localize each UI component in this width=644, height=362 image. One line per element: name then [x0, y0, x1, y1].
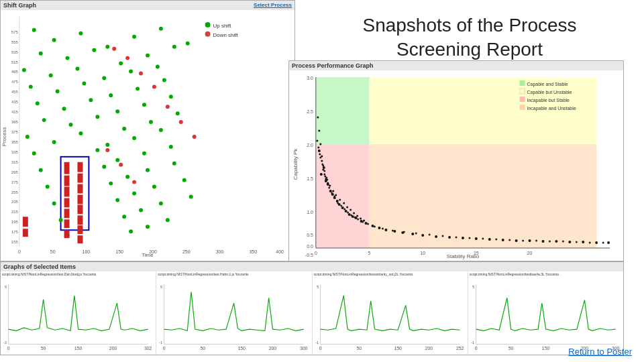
- svg-point-248: [339, 199, 341, 201]
- svg-point-42: [95, 115, 99, 119]
- shift-graph-title: Shift Graph Select Process: [1, 1, 294, 10]
- svg-text:400: 400: [276, 249, 284, 254]
- svg-rect-140: [520, 80, 525, 86]
- svg-point-19: [119, 62, 123, 66]
- svg-point-95: [112, 47, 116, 51]
- svg-rect-81: [64, 176, 70, 186]
- svg-point-218: [367, 223, 369, 225]
- svg-point-99: [166, 105, 170, 109]
- svg-point-9: [32, 28, 36, 32]
- svg-point-247: [335, 194, 337, 196]
- shift-graph: Shift Graph Select Process Process Time …: [0, 0, 295, 261]
- svg-point-245: [329, 185, 331, 187]
- svg-text:0: 0: [319, 346, 321, 351]
- svg-text:0: 0: [163, 346, 166, 351]
- svg-point-60: [146, 168, 150, 172]
- svg-point-14: [159, 27, 163, 31]
- svg-text:515: 515: [11, 60, 19, 64]
- svg-rect-136: [316, 77, 370, 144]
- return-to-poster-link[interactable]: Return to Poster: [568, 347, 632, 357]
- svg-point-240: [319, 154, 321, 156]
- svg-text:Incapable and Unstable: Incapable and Unstable: [527, 106, 576, 111]
- svg-text:20: 20: [527, 251, 533, 255]
- svg-point-260: [322, 165, 324, 167]
- svg-text:150: 150: [394, 346, 402, 351]
- svg-point-30: [82, 81, 86, 85]
- svg-point-222: [403, 231, 405, 233]
- svg-point-165: [318, 149, 321, 152]
- svg-point-29: [56, 89, 60, 93]
- svg-point-66: [182, 178, 186, 182]
- svg-point-227: [468, 237, 470, 239]
- svg-point-173: [336, 200, 339, 202]
- svg-point-219: [374, 226, 376, 228]
- svg-point-228: [482, 238, 484, 240]
- svg-point-210: [337, 202, 339, 204]
- svg-point-190: [448, 236, 451, 239]
- svg-point-225: [442, 235, 444, 237]
- svg-point-6: [205, 32, 211, 37]
- svg-point-73: [122, 215, 126, 219]
- svg-text:295: 295: [11, 170, 19, 174]
- svg-point-49: [105, 143, 109, 147]
- svg-point-74: [146, 225, 150, 229]
- svg-text:375: 375: [11, 130, 19, 134]
- svg-point-57: [39, 168, 43, 172]
- svg-text:50: 50: [201, 346, 206, 351]
- svg-text:2.5: 2.5: [307, 109, 313, 114]
- svg-rect-85: [64, 219, 70, 228]
- svg-text:235: 235: [11, 200, 19, 204]
- svg-text:-1: -1: [471, 341, 474, 345]
- svg-point-241: [321, 160, 323, 162]
- svg-text:175: 175: [11, 230, 19, 234]
- svg-text:150: 150: [74, 346, 83, 351]
- svg-point-236: [589, 242, 591, 244]
- svg-rect-87: [77, 162, 83, 172]
- svg-text:3.0: 3.0: [307, 76, 313, 80]
- svg-point-214: [350, 215, 352, 217]
- svg-point-223: [415, 233, 417, 235]
- svg-rect-89: [77, 184, 83, 194]
- svg-rect-90: [77, 195, 83, 204]
- perf-graph-title: Process Performance Graph: [289, 61, 623, 70]
- svg-point-25: [102, 76, 106, 80]
- svg-text:50: 50: [508, 346, 513, 351]
- svg-text:-1: -1: [159, 341, 162, 345]
- svg-point-43: [122, 127, 126, 131]
- select-process-link[interactable]: Select Process: [254, 2, 292, 8]
- svg-point-200: [582, 241, 584, 243]
- svg-text:10: 10: [420, 251, 425, 255]
- svg-point-235: [576, 241, 578, 243]
- svg-text:Incapable but Stable: Incapable but Stable: [527, 98, 570, 103]
- svg-point-96: [125, 56, 129, 60]
- svg-text:-1: -1: [315, 341, 319, 345]
- svg-point-65: [152, 185, 156, 189]
- svg-point-185: [393, 230, 396, 233]
- svg-point-37: [115, 109, 119, 113]
- svg-rect-142: [520, 88, 525, 94]
- svg-point-224: [429, 234, 431, 236]
- svg-text:0.0: 0.0: [307, 244, 313, 249]
- svg-text:5: 5: [472, 285, 474, 289]
- svg-point-234: [562, 241, 564, 243]
- svg-point-15: [186, 42, 190, 46]
- svg-text:300: 300: [300, 346, 308, 351]
- svg-point-212: [343, 208, 345, 210]
- svg-point-4: [205, 22, 211, 27]
- svg-point-61: [172, 162, 176, 166]
- svg-rect-84: [64, 208, 70, 218]
- svg-point-39: [169, 95, 173, 99]
- svg-point-184: [384, 229, 387, 231]
- svg-text:0: 0: [7, 346, 10, 351]
- svg-point-97: [139, 72, 143, 76]
- svg-text:200: 200: [269, 346, 277, 351]
- svg-point-238: [316, 140, 318, 142]
- mini-graph-2-label: script.timing NIST/NonLinRegression/test…: [156, 272, 311, 277]
- svg-text:315: 315: [11, 160, 19, 164]
- svg-point-253: [356, 215, 358, 217]
- svg-point-54: [115, 158, 119, 162]
- svg-rect-79: [23, 229, 28, 237]
- svg-point-192: [475, 237, 478, 240]
- svg-point-194: [502, 239, 504, 241]
- svg-point-12: [105, 45, 109, 49]
